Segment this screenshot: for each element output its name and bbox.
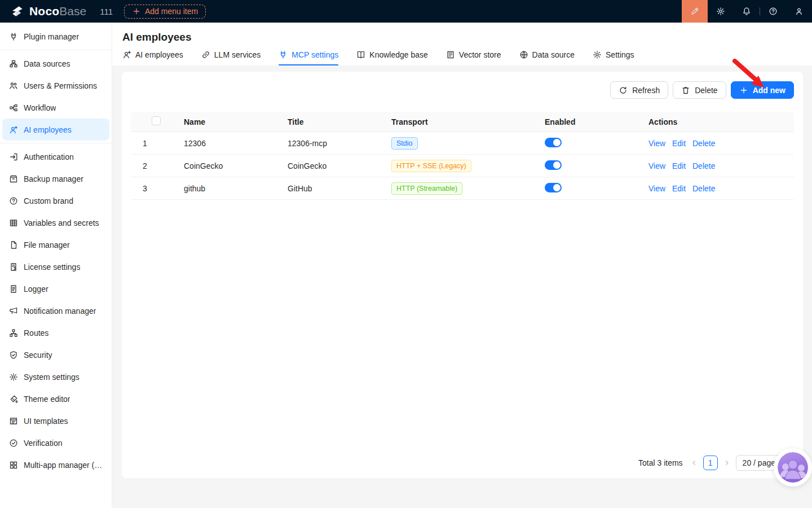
view-link[interactable]: View — [648, 139, 665, 148]
tab-llm-services[interactable]: LLM services — [201, 50, 261, 65]
tab-label: Knowledge base — [369, 50, 428, 59]
nocobase-logo[interactable]: NocoBase — [0, 5, 94, 18]
enabled-toggle[interactable] — [545, 183, 562, 192]
ai-person-icon — [9, 125, 18, 134]
enabled-toggle[interactable] — [545, 138, 562, 147]
pagination-total: Total 3 items — [638, 458, 683, 467]
sidebar-item-custom-brand[interactable]: Custom brand — [2, 190, 109, 212]
help-button[interactable] — [760, 0, 786, 23]
brand-base: Base — [59, 5, 86, 17]
select-all-checkbox[interactable] — [152, 116, 161, 125]
edit-link[interactable]: Edit — [672, 184, 686, 193]
column-header-transport: Transport — [382, 117, 536, 126]
settings-gear-icon — [716, 7, 725, 16]
book-icon — [356, 50, 365, 59]
person-sparkle-icon — [122, 50, 131, 59]
sidebar-item-workflow[interactable]: Workflow — [2, 97, 109, 119]
tab-bar: AI employees LLM services MCP settings K… — [122, 50, 798, 65]
column-header-title: Title — [279, 117, 382, 126]
add-menu-item-button[interactable]: Add menu item — [124, 5, 206, 19]
settings-button[interactable] — [708, 0, 734, 23]
users-icon — [9, 81, 18, 90]
add-menu-item-label: Add menu item — [145, 7, 198, 16]
ai-employees-avatar-button[interactable] — [774, 448, 812, 487]
row-name: CoinGecko — [175, 161, 279, 170]
tab-settings[interactable]: Settings — [593, 50, 634, 65]
tab-label: Vector store — [459, 50, 501, 59]
link-icon — [201, 50, 210, 59]
profile-button[interactable] — [786, 0, 812, 23]
row-actions: View Edit Delete — [639, 161, 794, 170]
refresh-label: Refresh — [632, 86, 660, 95]
sidebar-item-license-settings[interactable]: License settings — [2, 256, 109, 278]
sidebar-item-system-settings[interactable]: System settings — [2, 366, 109, 388]
document-icon — [9, 284, 18, 294]
plus-icon — [132, 7, 141, 16]
tab-label: LLM services — [214, 50, 261, 59]
shield-icon — [9, 351, 18, 360]
tab-knowledge-base[interactable]: Knowledge base — [356, 50, 428, 65]
add-new-label: Add new — [753, 86, 785, 95]
gear-icon — [593, 50, 602, 59]
delete-label: Delete — [695, 86, 717, 95]
gear-icon — [9, 373, 18, 382]
sidebar-item-security[interactable]: Security — [2, 344, 109, 366]
tab-mcp-settings[interactable]: MCP settings — [279, 50, 338, 65]
notifications-button[interactable] — [734, 0, 760, 23]
sidebar-item-theme-editor[interactable]: Theme editor — [2, 388, 109, 410]
sidebar-item-label: Theme editor — [24, 395, 70, 404]
edit-link[interactable]: Edit — [672, 139, 686, 148]
sidebar-item-ai-employees[interactable]: AI employees — [2, 119, 109, 141]
table-toolbar: Refresh Delete Add new — [122, 72, 803, 99]
top-header: NocoBase 111 Add menu item — [0, 0, 812, 23]
sidebar-item-routes[interactable]: Routes — [2, 322, 109, 344]
row-name: 12306 — [175, 139, 279, 148]
edit-link[interactable]: Edit — [672, 161, 686, 170]
view-link[interactable]: View — [648, 161, 665, 170]
notifications-bell-icon — [742, 7, 751, 16]
tab-ai-employees[interactable]: AI employees — [122, 50, 183, 65]
tab-label: AI employees — [135, 50, 183, 59]
sidebar-item-label: AI employees — [24, 125, 72, 134]
sidebar-item-label: System settings — [24, 373, 80, 382]
delete-link[interactable]: Delete — [692, 161, 715, 170]
sidebar-item-backup-manager[interactable]: Backup manager — [2, 168, 109, 190]
sidebar-item-verification[interactable]: Verification — [2, 432, 109, 454]
tab-data-source[interactable]: Data source — [519, 50, 575, 65]
sidebar-item-notification-manager[interactable]: Notification manager — [2, 300, 109, 322]
sidebar-item-users-permissions[interactable]: Users & Permissions — [2, 75, 109, 97]
sidebar-item-authentication[interactable]: Authentication — [2, 146, 109, 168]
store-icon — [446, 50, 455, 59]
enabled-toggle[interactable] — [545, 160, 562, 170]
refresh-icon — [619, 86, 628, 95]
view-link[interactable]: View — [648, 184, 665, 193]
sidebar-item-file-manager[interactable]: File manager — [2, 234, 109, 256]
page-number-button[interactable]: 1 — [703, 456, 718, 470]
settings-sidebar: Plugin manager Data sources Users & Perm… — [0, 23, 112, 508]
sidebar-item-ui-templates[interactable]: UI templates — [2, 410, 109, 432]
delete-link[interactable]: Delete — [692, 139, 715, 148]
brand-noco: Noco — [29, 5, 59, 17]
row-title: 12306-mcp — [279, 139, 382, 148]
row-index: 2 — [131, 161, 175, 170]
plus-icon — [739, 86, 748, 95]
add-new-button[interactable]: Add new — [731, 81, 794, 99]
next-page-button[interactable] — [722, 458, 731, 467]
sidebar-item-plugin-manager[interactable]: Plugin manager — [2, 25, 109, 47]
sidebar-item-multi-app-manager[interactable]: Multi-app manager (d… — [2, 454, 109, 476]
transport-badge: HTTP (Streamable) — [391, 182, 462, 195]
prev-page-button[interactable] — [690, 458, 699, 467]
sidebar-item-logger[interactable]: Logger — [2, 278, 109, 300]
table-row: 3 github GitHub HTTP (Streamable) View E… — [131, 177, 794, 200]
delete-button[interactable]: Delete — [673, 81, 726, 99]
refresh-button[interactable]: Refresh — [610, 81, 668, 99]
tab-vector-store[interactable]: Vector store — [446, 50, 501, 65]
page-title: AI employees — [122, 31, 798, 43]
sidebar-item-label: License settings — [24, 262, 80, 271]
ai-highlighter-button[interactable] — [682, 0, 708, 23]
row-title: CoinGecko — [279, 161, 382, 170]
sidebar-item-data-sources[interactable]: Data sources — [2, 52, 109, 75]
sidebar-item-variables-secrets[interactable]: Variables and secrets — [2, 212, 109, 234]
delete-link[interactable]: Delete — [692, 184, 715, 193]
column-header-enabled: Enabled — [536, 117, 639, 126]
